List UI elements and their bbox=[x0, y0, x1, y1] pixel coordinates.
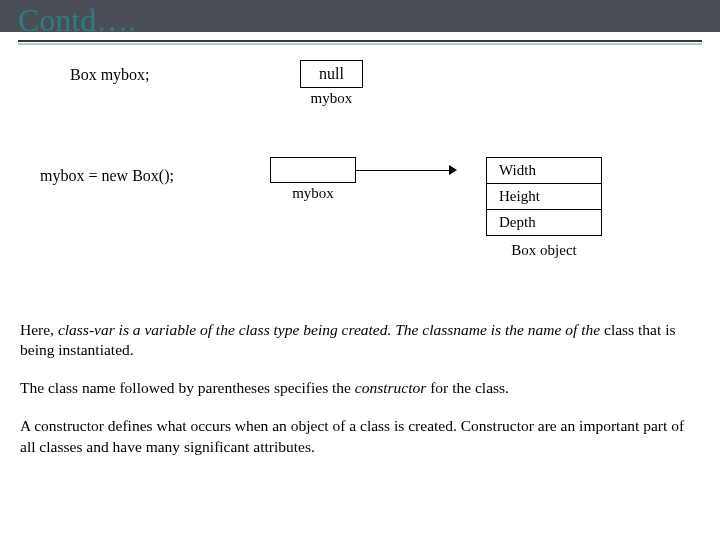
arrow-line bbox=[355, 170, 451, 171]
divider-light bbox=[18, 43, 702, 45]
divider-dark bbox=[18, 40, 702, 42]
body-text: Here, class-var is a variable of the cla… bbox=[20, 320, 700, 475]
paragraph-1: Here, class-var is a variable of the cla… bbox=[20, 320, 700, 360]
diagram-row-assignment: mybox = new Box(); mybox Width Height De… bbox=[40, 157, 680, 259]
slide-heading: Contd…. bbox=[18, 2, 136, 39]
declaration-code: Box mybox; bbox=[40, 60, 270, 84]
paragraph-2: The class name followed by parentheses s… bbox=[20, 378, 700, 398]
arrow-head-icon bbox=[449, 165, 457, 175]
object-diagram: Box mybox; null mybox mybox = new Box();… bbox=[40, 60, 680, 259]
object-box: Width Height Depth bbox=[486, 157, 602, 236]
object-field: Depth bbox=[487, 210, 602, 236]
diagram-row-declaration: Box mybox; null mybox bbox=[40, 60, 680, 107]
reference-box-group: mybox bbox=[270, 157, 356, 202]
object-field: Height bbox=[487, 184, 602, 210]
assignment-code: mybox = new Box(); bbox=[40, 157, 240, 185]
null-box-group: null mybox bbox=[300, 60, 363, 107]
reference-box bbox=[270, 157, 356, 183]
reference-caption: mybox bbox=[270, 185, 356, 202]
object-caption: Box object bbox=[486, 242, 602, 259]
object-field: Width bbox=[487, 158, 602, 184]
null-caption: mybox bbox=[300, 90, 363, 107]
object-box-group: Width Height Depth Box object bbox=[386, 157, 602, 259]
paragraph-3: A constructor defines what occurs when a… bbox=[20, 416, 700, 456]
null-box: null bbox=[300, 60, 363, 88]
